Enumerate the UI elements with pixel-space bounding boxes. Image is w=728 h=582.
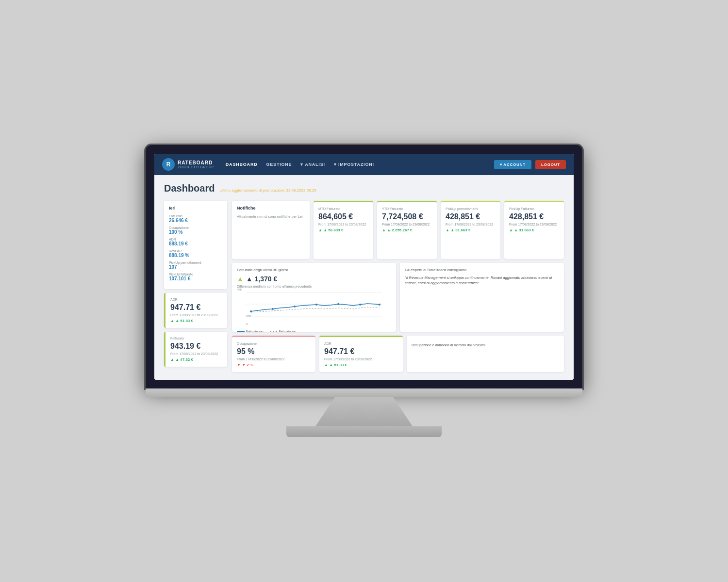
legend-prev-line bbox=[270, 331, 278, 332]
bottom-row: Occupazione 95 % From 17/08/2022 to 23/0… bbox=[232, 336, 564, 372]
navbar: R RATEBOARD ZUCCHETTI GROUP DASHBOARD GE… bbox=[154, 154, 574, 175]
adr-bottom-label: ADR bbox=[170, 298, 222, 301]
pickup-fatt-card: PickUp Fatturato 428,851 € From 17/08/20… bbox=[504, 201, 564, 259]
pickup-pern-metric-range: From 17/08/2022 to 23/08/2022 bbox=[446, 223, 496, 226]
legend-prev-label: Fatturato ann... bbox=[279, 330, 299, 333]
y-max: 40K bbox=[237, 288, 242, 291]
mtd-delta: ▲ 56.633 € bbox=[318, 228, 368, 232]
mtd-value: 864,605 € bbox=[318, 212, 368, 221]
mtd-card: MTD Fatturato 864,605 € From 17/08/2022 … bbox=[314, 201, 373, 259]
svg-text:20K: 20K bbox=[246, 315, 251, 318]
occ-delta: ▼ 2 % bbox=[237, 363, 311, 367]
chart-30days-card: Fatturato degli ultimi 30 giorni ▲ ▲ 1,3… bbox=[232, 263, 396, 332]
notifiche-text: Attualmente non ci sono notifiche per Le… bbox=[237, 214, 305, 219]
svg-point-10 bbox=[359, 304, 361, 306]
fatturato-bottom-label: Fatturato bbox=[170, 337, 222, 340]
pickup-pern-stat: PickUp pernottamenti 107 bbox=[169, 261, 222, 270]
occupazione-label: Occupazione bbox=[169, 226, 222, 229]
logout-button[interactable]: LOGOUT bbox=[535, 160, 566, 169]
screen-inner: R RATEBOARD ZUCCHETTI GROUP DASHBOARD GE… bbox=[154, 154, 574, 380]
pickup-fatt-metric-delta: ▲ 31.663 € bbox=[509, 228, 559, 232]
right-column: Notifiche Attualmente non ci sono notifi… bbox=[232, 201, 564, 372]
svg-point-7 bbox=[294, 306, 296, 307]
monitor: R RATEBOARD ZUCCHETTI GROUP DASHBOARD GE… bbox=[146, 145, 582, 437]
nav-dashboard[interactable]: DASHBOARD bbox=[226, 162, 258, 167]
main-content: Dashboard Ultimo aggiornamento di prenot… bbox=[154, 175, 574, 380]
footer-note-card: Occupazione e domanda di mercato dai pro… bbox=[407, 336, 564, 372]
legend-current: Fatturato ann... bbox=[237, 330, 266, 333]
svg-point-11 bbox=[379, 304, 381, 306]
last-update: Ultimo aggiornamento di prenotazioni: 23… bbox=[219, 188, 316, 193]
adr-bottom-range: From 17/08/2022 to 23/08/2022 bbox=[170, 313, 222, 317]
logo-icon: R bbox=[162, 158, 175, 171]
logo-main: RATEBOARD bbox=[178, 160, 214, 165]
occupazione-stat: Occupazione 100 % bbox=[169, 226, 222, 235]
page-header: Dashboard Ultimo aggiornamento di prenot… bbox=[164, 183, 564, 194]
chart-value: ▲ 1,370 € bbox=[246, 275, 277, 283]
pickup-fatt-metric-value: 428,851 € bbox=[509, 212, 559, 221]
pickup-fatt-value: 107.101 € bbox=[169, 276, 222, 281]
occ-range: From 17/08/2022 to 23/08/2022 bbox=[237, 357, 311, 361]
adr-bottom-right-value: 947.71 € bbox=[324, 347, 398, 356]
yesterday-title: Ieri bbox=[169, 206, 222, 210]
nav-analisi[interactable]: ▾ ANALISI bbox=[300, 162, 325, 167]
adr-value: 888.19 € bbox=[169, 241, 222, 246]
adr-bottom-delta: ▲ 51.83 € bbox=[170, 319, 222, 323]
fatturato-stat: Fatturato 26.646 € bbox=[169, 214, 222, 223]
fatturato-value: 26.646 € bbox=[169, 218, 222, 223]
pickup-pern-metric-delta: ▲ 31.663 € bbox=[446, 228, 496, 232]
occ-value: 95 % bbox=[237, 347, 311, 356]
revpar-label: RevPAR bbox=[169, 249, 222, 253]
notif-top-row: Notifiche Attualmente non ci sono notifi… bbox=[232, 201, 564, 259]
pickup-pern-value: 107 bbox=[169, 264, 222, 270]
occ-label: Occupazione bbox=[237, 342, 311, 345]
occupazione-card: Occupazione 95 % From 17/08/2022 to 23/0… bbox=[232, 336, 315, 372]
fatturato-bottom-delta: ▲ 47.32 € bbox=[170, 357, 222, 362]
chart-title: Fatturato degli ultimi 30 giorni bbox=[237, 268, 391, 272]
pickup-fatt-metric-label: PickUp Fatturato bbox=[509, 207, 559, 210]
pickup-fatt-label: PickUp fatturato bbox=[169, 273, 222, 276]
mtd-label: MTD Fatturato bbox=[318, 207, 368, 210]
pickup-pern-metric-label: PickUp pernottamenti bbox=[446, 207, 496, 210]
top-metrics-row: MTD Fatturato 864,605 € From 17/08/2022 … bbox=[314, 201, 564, 259]
chart-subtitle: Differenza media in confronto all'anno p… bbox=[237, 285, 391, 288]
logo-sub: ZUCCHETTI GROUP bbox=[178, 165, 214, 169]
nav-items: DASHBOARD GESTIONE ▾ ANALISI ▾ IMPOSTAZI… bbox=[226, 162, 494, 167]
notifiche-title: Notifiche bbox=[237, 206, 305, 210]
legend-current-line bbox=[237, 331, 245, 332]
pickup-pern-card: PickUp pernottamenti 428,851 € From 17/0… bbox=[441, 201, 500, 259]
page-title: Dashboard bbox=[164, 183, 215, 194]
monitor-stand-base bbox=[286, 426, 442, 437]
revpar-stat: RevPAR 888.19 % bbox=[169, 249, 222, 258]
chart-legend: Fatturato ann... Fatturato ann... bbox=[237, 330, 391, 333]
svg-point-9 bbox=[337, 303, 339, 305]
ytd-card: YTD Fatturato 7,724,508 € From 17/08/202… bbox=[377, 201, 437, 259]
pickup-fatt-metric-range: From 17/08/2022 to 23/08/2022 bbox=[509, 223, 559, 226]
nav-gestione[interactable]: GESTIONE bbox=[266, 162, 292, 167]
pickup-fatt-stat: PickUp fatturato 107.101 € bbox=[169, 273, 222, 281]
adr-fatturato-row: ADR 947.71 € From 17/08/2022 to 23/08/20… bbox=[164, 293, 227, 367]
nav-impostazioni[interactable]: ▾ IMPOSTAZIONI bbox=[334, 162, 374, 167]
legend-prev: Fatturato ann... bbox=[270, 330, 299, 333]
svg-point-6 bbox=[272, 308, 274, 310]
ytd-delta: ▲ 2.255.267 € bbox=[382, 228, 432, 232]
fatturato-bottom-card: Fatturato 943.19 € From 17/08/2022 to 23… bbox=[164, 332, 227, 367]
account-button[interactable]: ▾ ACCOUNT bbox=[494, 160, 531, 169]
ytd-value: 7,724,508 € bbox=[382, 212, 432, 221]
adr-bottom-right-delta: ▲ 51.83 € bbox=[324, 363, 398, 367]
logo-area: R RATEBOARD ZUCCHETTI GROUP bbox=[162, 158, 214, 171]
legend-current-label: Fatturato ann... bbox=[246, 330, 266, 333]
adr-label: ADR bbox=[169, 238, 222, 241]
adr-bottom-right-card: ADR 947.71 € From 17/08/2022 to 23/08/20… bbox=[319, 336, 403, 372]
logo-text: RATEBOARD ZUCCHETTI GROUP bbox=[178, 160, 214, 169]
mini-chart: 40K 20K 0 bbox=[237, 288, 391, 327]
sparkline-svg: 20K 0 bbox=[237, 292, 391, 326]
nav-right: ▾ ACCOUNT LOGOUT bbox=[494, 160, 566, 169]
adr-stat: ADR 888.19 € bbox=[169, 238, 222, 246]
experts-quote: "Il Revenue Management si sviluppa conti… bbox=[405, 275, 559, 286]
experts-card: Gli esperti di RateBoard consigliano "Il… bbox=[400, 263, 564, 332]
adr-bottom-value: 947.71 € bbox=[170, 303, 222, 312]
left-column: Ieri Fatturato 26.646 € Occupazione 100 … bbox=[164, 201, 227, 372]
monitor-stand-top bbox=[146, 388, 582, 397]
pickup-pern-metric-value: 428,851 € bbox=[446, 212, 496, 221]
